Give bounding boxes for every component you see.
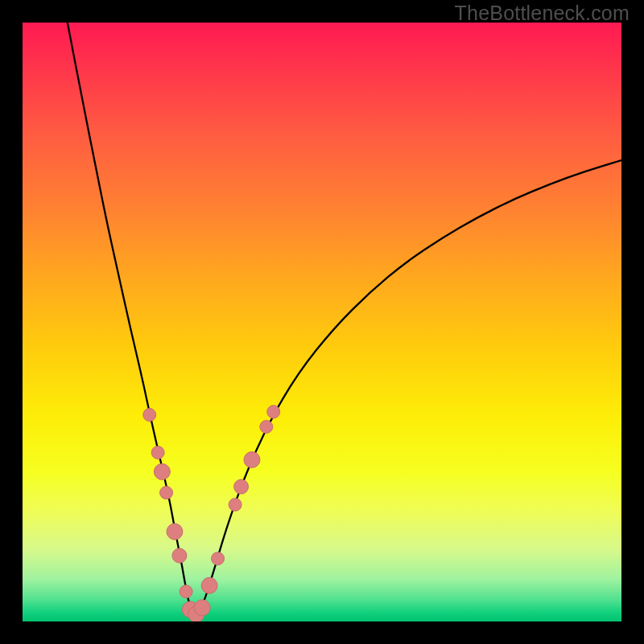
data-dot [244,452,260,468]
data-dot [267,406,280,419]
data-dots [143,406,280,621]
data-dot [194,600,210,616]
data-dot [154,464,170,480]
chart-frame: TheBottleneck.com [0,0,644,644]
data-dot [180,585,192,598]
data-dot [229,498,242,511]
data-dot [160,486,173,499]
data-dot [201,577,217,593]
data-dot [172,548,187,563]
watermark-text: TheBottleneck.com [455,2,630,25]
plot-area [23,23,621,621]
data-dot [151,446,164,459]
data-dot [234,480,249,494]
data-dot [143,408,156,421]
data-dot [212,552,225,565]
data-dot [260,420,273,433]
bottleneck-curve [68,23,621,614]
data-dot [167,523,183,539]
curve-svg [23,23,621,621]
